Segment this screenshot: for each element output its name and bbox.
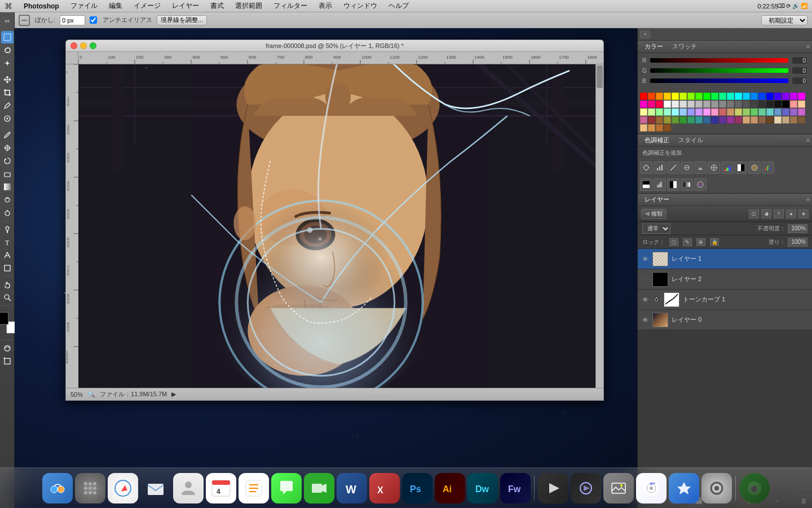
bw-btn[interactable] — [735, 161, 747, 174]
fill-input[interactable] — [788, 238, 807, 247]
dock-reminders[interactable] — [239, 473, 269, 503]
adjustments-tab[interactable]: 色調補正 — [642, 136, 672, 144]
swatch-item[interactable] — [656, 124, 663, 132]
preset-select[interactable]: 初期設定 — [761, 15, 807, 25]
selection-tool-btn[interactable] — [1, 31, 14, 43]
swatch-item[interactable] — [648, 124, 655, 132]
menu-image[interactable]: イメージ — [131, 1, 163, 11]
swatch-item[interactable] — [766, 108, 774, 116]
blue-slider[interactable] — [650, 78, 788, 83]
layer-item-2[interactable]: 👁 レイヤー 2 — [638, 269, 812, 290]
clone-stamp-btn[interactable] — [1, 142, 14, 154]
threshold-btn[interactable] — [667, 178, 679, 191]
swatch-item[interactable] — [640, 124, 647, 132]
swatch-item[interactable] — [743, 100, 750, 108]
type-tool-btn[interactable]: T — [1, 236, 14, 248]
red-value[interactable] — [792, 56, 807, 64]
swatch-item[interactable] — [719, 108, 726, 116]
eyedropper-btn[interactable] — [1, 99, 14, 112]
brush-tool-btn[interactable] — [1, 129, 14, 141]
filter-type-btn[interactable]: T — [774, 209, 784, 218]
green-slider[interactable] — [650, 68, 788, 73]
swatch-item[interactable] — [758, 93, 766, 100]
photo-filter-btn[interactable] — [748, 161, 761, 174]
menu-file[interactable]: ファイル — [68, 1, 100, 11]
menu-select[interactable]: 選択範囲 — [233, 1, 264, 11]
swatch-item[interactable] — [695, 93, 703, 100]
swatch-item[interactable] — [774, 116, 782, 124]
vertical-scrollbar[interactable] — [595, 64, 603, 388]
swatch-item[interactable] — [727, 108, 734, 116]
swatch-item[interactable] — [782, 100, 789, 108]
swatch-item[interactable] — [782, 108, 789, 116]
window-close-button[interactable] — [70, 42, 77, 49]
dock-launchpad[interactable] — [75, 473, 105, 503]
swatch-item[interactable] — [695, 108, 703, 116]
swatch-item[interactable] — [751, 100, 758, 108]
style-tab[interactable]: スタイル — [676, 136, 705, 144]
swatch-item[interactable] — [679, 93, 687, 100]
dock-dreamweaver[interactable]: Dw — [467, 473, 498, 503]
panel-top-btn-1[interactable]: × — [640, 30, 650, 38]
layer-item-0[interactable]: 👁 レイヤー 0 — [638, 310, 812, 330]
vibrance-btn[interactable] — [694, 161, 707, 174]
dodge-burn-btn[interactable] — [1, 207, 14, 219]
swatch-item[interactable] — [758, 108, 766, 116]
swatch-item[interactable] — [679, 116, 687, 124]
swatch-item[interactable] — [664, 116, 671, 124]
swatch-item[interactable] — [743, 108, 750, 116]
swatch-item[interactable] — [640, 108, 647, 116]
swatch-item[interactable] — [664, 124, 671, 132]
levels-btn[interactable] — [654, 161, 666, 174]
pen-tool-btn[interactable] — [1, 223, 14, 235]
swatch-item[interactable] — [656, 100, 663, 108]
dock-facetime[interactable] — [304, 473, 334, 503]
dock-messages[interactable] — [271, 473, 302, 503]
menu-layer[interactable]: レイヤー — [170, 1, 201, 11]
dock-final-cut[interactable] — [538, 473, 568, 503]
swatch-item[interactable] — [640, 93, 647, 100]
swatch-item[interactable] — [751, 108, 758, 116]
green-value[interactable] — [792, 67, 807, 75]
filter-smart-btn[interactable]: ◈ — [798, 209, 809, 218]
color-balance-btn[interactable] — [721, 161, 734, 174]
swatch-item[interactable] — [687, 100, 695, 108]
curves-btn[interactable] — [667, 161, 679, 174]
dock-crossover[interactable]: X — [369, 473, 400, 503]
panel-menu-btn[interactable]: ≡ — [806, 43, 810, 50]
adj-panel-menu[interactable]: ≡ — [806, 137, 810, 143]
swatch-item[interactable] — [790, 116, 797, 124]
move-tool-btn[interactable] — [1, 73, 14, 86]
layer-1-visibility[interactable]: 👁 — [641, 255, 649, 263]
screen-mode-btn[interactable] — [1, 355, 14, 367]
gradient-tool-btn[interactable] — [1, 181, 14, 193]
swatch-item[interactable] — [711, 116, 718, 124]
swatch-item[interactable] — [790, 100, 797, 108]
swatch-item[interactable] — [782, 116, 789, 124]
dock-contacts[interactable] — [173, 473, 204, 503]
swatch-item[interactable] — [664, 100, 671, 108]
swatch-item[interactable] — [640, 116, 647, 124]
swatch-item[interactable] — [766, 116, 774, 124]
shape-tool-btn[interactable] — [1, 262, 14, 274]
swatches-tab[interactable]: スワッチ — [670, 42, 699, 51]
swatch-item[interactable] — [798, 100, 805, 108]
lock-all-btn[interactable]: 🔒 — [710, 238, 719, 246]
swatch-item[interactable] — [672, 108, 679, 116]
swatch-item[interactable] — [648, 108, 655, 116]
layers-menu-btn[interactable]: ≡ — [806, 196, 810, 203]
blend-mode-select[interactable]: 通常 — [642, 224, 670, 234]
swatch-item[interactable] — [687, 93, 695, 100]
swatch-item[interactable] — [719, 100, 726, 108]
document-content[interactable]: 0 100 200 300 400 500 600 — [65, 52, 604, 401]
swatch-item[interactable] — [656, 93, 663, 100]
window-maximize-button[interactable] — [90, 42, 96, 49]
menu-text[interactable]: 書式 — [208, 1, 226, 11]
swatch-item[interactable] — [782, 93, 789, 100]
dock-motion[interactable] — [571, 473, 601, 503]
apple-menu[interactable]: ⌘ — [5, 2, 12, 11]
swatch-item[interactable] — [758, 100, 766, 108]
swatch-item[interactable] — [679, 108, 687, 116]
dock-finder[interactable] — [42, 473, 73, 503]
dock-photoshop[interactable]: Ps — [402, 473, 433, 503]
